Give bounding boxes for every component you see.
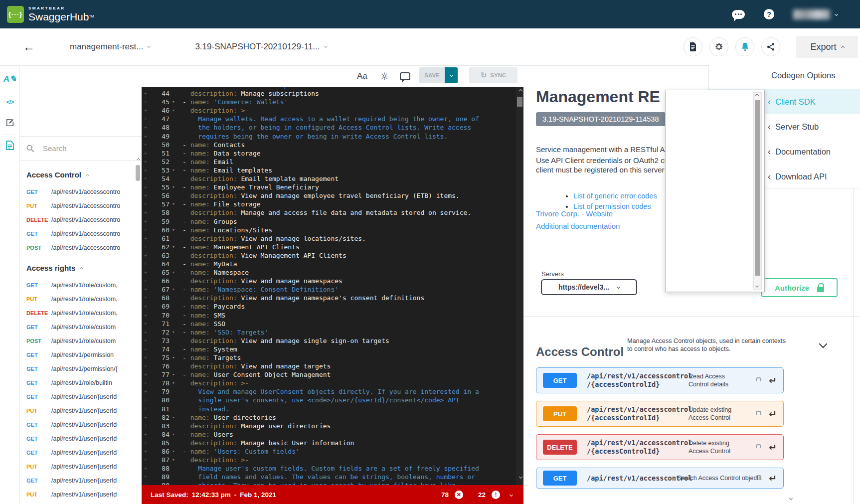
help-icon[interactable]: ? [764, 9, 774, 19]
endpoint-row[interactable]: PUT /api/rest/v1/user/{userId [26, 460, 142, 474]
code-line[interactable]: +88 Manage user's custom fields. Custom … [142, 464, 479, 473]
code-line[interactable]: +47 Manage wallets. Read access to a wal… [142, 115, 479, 123]
code-line[interactable]: +48 the holders, or being in configured … [142, 123, 479, 132]
operation-row[interactable]: GET /api/rest/v1/accesscontrol /{accessC… [536, 367, 784, 393]
doc-link[interactable]: List of generic error codes [573, 192, 657, 200]
code-line[interactable]: +49 requires being the owner or being in… [142, 132, 479, 141]
code-editor[interactable]: +43- name: 'Commerce: Subscriptions'+44 … [142, 87, 523, 485]
endpoint-row[interactable]: PUT /api/rest/v1/accesscontro [26, 199, 142, 213]
brand[interactable]: {···} SMARTBEAR SwaggerHubTM [7, 6, 94, 23]
language-option[interactable] [666, 227, 764, 241]
endpoint-row[interactable]: POST /api/rest/v1/accesscontro [26, 241, 142, 255]
dropdown-scrollbar-thumb[interactable] [755, 100, 760, 276]
endpoint-row[interactable]: GET /api/rest/v1/user/{userId [26, 446, 142, 460]
code-line[interactable]: +87▾ description: >- [142, 456, 479, 464]
font-size-button[interactable]: Aa [357, 71, 367, 81]
code-line[interactable]: +61 description: View and manage locatio… [142, 234, 479, 243]
language-option[interactable] [666, 241, 764, 256]
sync-button[interactable]: ↻ SYNC [469, 67, 517, 83]
sidebar-nav-item[interactable] [26, 115, 142, 136]
endpoint-row[interactable]: GET /api/rest/v1/accesscontro [26, 227, 142, 241]
code-line[interactable]: +80 single user's consents, use <code>/u… [142, 396, 479, 404]
code-line[interactable]: +78▾ description: >- [142, 379, 479, 387]
language-option[interactable] [666, 125, 764, 139]
language-option[interactable] [666, 96, 764, 110]
website-link[interactable]: Trivore Corp. - Website [536, 209, 613, 218]
code-line[interactable]: +44 description: Manage subscriptions [142, 89, 479, 98]
sidebar-scrollbar-thumb[interactable] [136, 165, 140, 181]
code-line[interactable]: +75▾- name: Targets [142, 353, 479, 362]
additional-docs-link[interactable]: Additional documentation [536, 222, 620, 230]
settings-button[interactable] [709, 37, 728, 56]
code-line[interactable]: +81 instead. [142, 405, 479, 413]
code-line[interactable]: +56 description: View and manage employe… [142, 191, 479, 200]
search-input[interactable] [42, 144, 117, 153]
code-line[interactable]: +74- name: System [142, 345, 479, 353]
code-line[interactable]: +72▾- name: 'SSO: Targets' [142, 328, 479, 336]
export-button[interactable]: Export [796, 36, 858, 58]
endpoint-row[interactable]: POST /api/rest/v1/role/custom [26, 334, 142, 348]
code-editor-icon[interactable]: </> [0, 99, 20, 106]
endpoint-row[interactable]: GET /api/rest/v1/user/{userId [26, 418, 142, 432]
code-line[interactable]: +45▾- name: 'Commerce: Wallets' [142, 98, 479, 106]
endpoint-row[interactable]: GET /api/rest/v1/user/{userId [26, 474, 142, 488]
code-line[interactable]: +57▾- name: File storage [142, 200, 479, 208]
notifications-button[interactable] [735, 37, 754, 56]
code-line[interactable]: +63 description: View Management API Cli… [142, 251, 479, 260]
code-line[interactable]: +51- name: Data storage [142, 149, 479, 158]
endpoint-row[interactable]: GET /api/rest/v1/role/custom [26, 320, 142, 334]
code-line[interactable]: +89 field names and values. The values c… [142, 473, 479, 481]
code-line[interactable]: +69- name: Paycards [142, 302, 479, 311]
endpoint-row[interactable]: PUT /api/rest/v1/role/custom, [26, 292, 142, 306]
dropdown-scroll-down-icon[interactable] [755, 284, 759, 288]
code-line[interactable]: +68 description: View and manage namespa… [142, 294, 479, 302]
panel-scroll-down-icon[interactable] [789, 497, 793, 500]
editor-scroll-up-icon[interactable] [519, 89, 522, 93]
code-line[interactable]: +64- name: MyData [142, 260, 479, 268]
code-line[interactable]: +52- name: Email [142, 158, 479, 166]
endpoint-row[interactable]: GET /api/rest/v1/permission [26, 348, 142, 362]
code-line[interactable]: +65▾- name: Namespace [142, 268, 479, 277]
back-arrow-icon[interactable]: ← [23, 41, 35, 53]
section-title[interactable]: Access Control [26, 170, 142, 179]
endpoint-row[interactable]: GET /api/rest/v1/user/{userId [26, 390, 142, 404]
endpoint-row[interactable]: PUT /api/rest/v1/user/{userId [26, 404, 142, 418]
endpoint-row[interactable]: DELETE /api/rest/v1/accesscontro [26, 213, 142, 227]
operation-deeplink-icon[interactable]: ↵ [769, 408, 777, 419]
chat-icon[interactable] [732, 10, 745, 19]
operation-row[interactable]: DELETE /api/rest/v1/accesscontrol /{acce… [536, 434, 784, 460]
endpoint-row[interactable]: PUT /api/rest/v1/user/{userId [26, 488, 142, 502]
problem-counts[interactable]: 78 ✕ 22 ! [441, 491, 513, 499]
code-line[interactable]: +50- name: Contacts [142, 141, 479, 149]
editor-scroll-down-icon[interactable] [519, 475, 522, 479]
endpoint-row[interactable]: GET /api/rest/v1/role/custom, [26, 278, 142, 292]
share-button[interactable] [761, 37, 780, 56]
sidebar-nav-item[interactable] [26, 73, 142, 94]
user-menu[interactable] [793, 9, 838, 19]
comments-icon[interactable] [400, 72, 410, 80]
code-line[interactable]: +90 objects. They can be used in user se… [142, 481, 479, 485]
language-option[interactable] [666, 212, 764, 227]
code-line[interactable]: +82▾- name: User directories [142, 413, 479, 422]
code-line[interactable]: +67▾- name: 'Namespace: Consent Definiti… [142, 285, 479, 294]
documentation-icon[interactable] [0, 141, 20, 150]
operation-row[interactable]: GET /api/rest/v1/accesscontrol Search Ac… [536, 468, 784, 489]
code-line[interactable]: +71- name: SSO [142, 320, 479, 328]
code-line[interactable]: +55▾- name: Employee Travel Beneficiary [142, 183, 479, 191]
compare-document-button[interactable] [684, 37, 702, 56]
endpoint-row[interactable]: GET /api/rest/v1/permission/{ [26, 362, 142, 376]
server-select[interactable]: https://devel3... [541, 279, 637, 295]
code-line[interactable]: +58 description: Manage and access file … [142, 208, 479, 217]
code-line[interactable]: +76 description: View and manage targets [142, 362, 479, 370]
operation-deeplink-icon[interactable]: ↵ [769, 473, 777, 484]
language-option[interactable] [666, 168, 764, 183]
edit-icon[interactable] [0, 118, 20, 127]
sidebar-nav-item[interactable] [26, 94, 142, 115]
code-line[interactable]: +86▾- name: 'Users: Custom fields' [142, 447, 479, 456]
save-menu-button[interactable] [445, 67, 458, 83]
editor-scrollbar[interactable] [516, 87, 523, 485]
operation-deeplink-icon[interactable]: ↵ [769, 442, 777, 453]
api-design-icon[interactable]: A✎ [0, 74, 20, 84]
language-option[interactable] [666, 256, 764, 270]
authorize-button[interactable]: Authorize [761, 278, 838, 297]
